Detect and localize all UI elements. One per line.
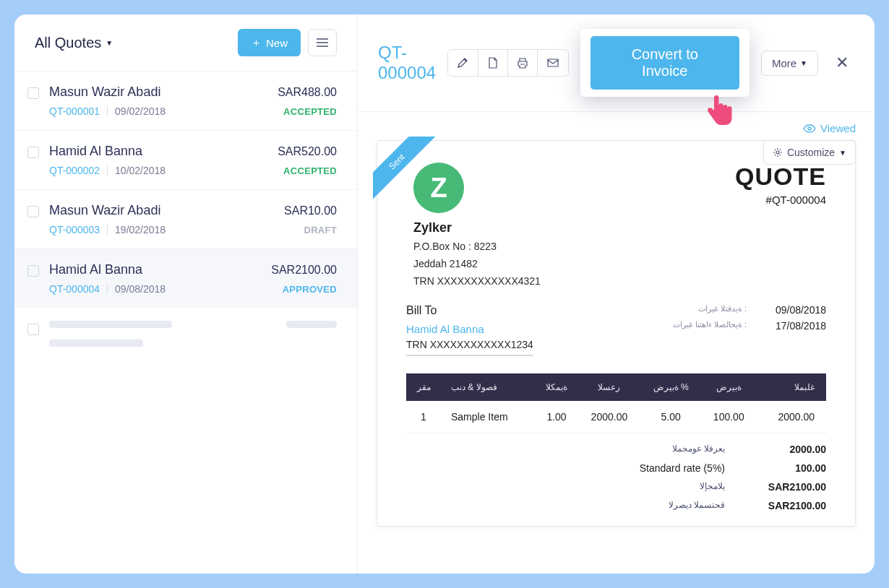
- row-checkbox[interactable]: [27, 147, 39, 158]
- eye-icon: [803, 124, 816, 133]
- quote-row[interactable]: Masun Wazir Abadi SAR488.00 QT-000001 09…: [14, 72, 357, 131]
- pencil-icon: [457, 57, 468, 69]
- dates-block: ةيدقتلا غيرات : 09/08/2018 ةيحالصلا ءاهت…: [673, 304, 826, 356]
- quote-detail-title: QT-000004: [378, 43, 436, 83]
- total-value: SAR2100.00: [754, 481, 826, 493]
- new-quote-button[interactable]: ＋ New: [238, 29, 301, 56]
- convert-to-invoice-button[interactable]: Convert to Invoice: [590, 36, 739, 90]
- tax-rate-label: Standard rate (5%): [609, 462, 725, 474]
- company-trn: TRN XXXXXXXXXXXX4321: [413, 273, 541, 290]
- print-icon: [517, 57, 528, 69]
- col-qty: ةيمكلا: [535, 373, 578, 401]
- mail-icon: [547, 59, 559, 67]
- row-checkbox: [27, 324, 39, 335]
- row-checkbox[interactable]: [27, 206, 39, 217]
- row-checkbox[interactable]: [27, 87, 39, 99]
- tax-rate-value: 100.00: [754, 462, 826, 474]
- print-button[interactable]: [508, 50, 538, 76]
- quote-date-value: 09/08/2018: [768, 304, 826, 316]
- quote-date: 10/02/2018: [115, 165, 166, 176]
- all-quotes-label: All Quotes: [35, 35, 101, 51]
- quote-date: 19/02/2018: [115, 224, 166, 235]
- quote-amount: SAR10.00: [284, 204, 337, 217]
- quote-amount: SAR488.00: [278, 86, 337, 99]
- company-name: Zylker: [413, 220, 541, 235]
- customize-label: Customize: [787, 147, 835, 158]
- ribbon-label: Sent: [373, 137, 437, 202]
- right-header: QT-000004 Convert to Invoice: [358, 14, 875, 112]
- customize-button[interactable]: Customize ▼: [763, 140, 856, 165]
- separator: [107, 225, 108, 235]
- chevron-down-icon: ▼: [800, 59, 807, 67]
- quote-id: QT-000004: [49, 283, 100, 295]
- chevron-down-icon: ▼: [839, 149, 846, 157]
- more-label: More: [772, 57, 796, 69]
- quote-date: 09/08/2018: [115, 283, 166, 295]
- status-badge: DRAFT: [304, 225, 337, 235]
- col-tax: ةبيرض: [701, 373, 756, 401]
- total-label: يلامجإلا: [609, 481, 725, 493]
- cell-item-name: Sample Item: [441, 401, 535, 433]
- mail-button[interactable]: [538, 50, 567, 76]
- row-checkbox[interactable]: [27, 265, 39, 277]
- close-button[interactable]: ✕: [830, 51, 854, 75]
- quote-document: Sent Customize ▼ Z Zylker P.O.Box No : 8…: [377, 140, 856, 527]
- document-type-label: QUOTE: [735, 163, 826, 191]
- chevron-down-icon: ▼: [106, 39, 113, 47]
- customer-name: Hamid Al Banna: [49, 144, 142, 159]
- company-address-1: P.O.Box No : 8223: [413, 238, 541, 256]
- col-amount: غلبملا: [756, 373, 826, 401]
- quote-row[interactable]: Hamid Al Banna SAR2100.00 QT-000004 09/0…: [14, 249, 357, 308]
- subtotal-label: يعرفلا عومجملا: [609, 444, 725, 455]
- separator: [107, 106, 108, 116]
- quote-id: QT-000002: [49, 165, 100, 176]
- toolbar-icon-group: [447, 49, 569, 77]
- balance-due-value: SAR2100.00: [754, 500, 826, 511]
- cell-number: 1: [406, 401, 441, 433]
- expiry-date-value: 17/08/2018: [768, 320, 826, 332]
- status-badge: ACCEPTED: [283, 165, 337, 176]
- line-items-table: مقر فصولا & دنب ةيمكلا رعسلا ةبيرض % ةبي…: [406, 373, 826, 433]
- sent-ribbon: Sent: [373, 137, 438, 202]
- document-number: #QT-000004: [735, 194, 826, 206]
- bill-to-name: Hamid Al Banna: [406, 323, 533, 335]
- quote-amount: SAR520.00: [278, 145, 337, 158]
- status-badge: ACCEPTED: [283, 106, 337, 117]
- more-dropdown[interactable]: More ▼: [761, 51, 818, 76]
- hamburger-icon: [317, 38, 328, 47]
- bill-to-block: Bill To Hamid Al Banna TRN XXXXXXXXXXXX1…: [406, 304, 533, 356]
- quote-date-label: ةيدقتلا غيرات :: [698, 304, 747, 316]
- list-options-button[interactable]: [308, 29, 337, 56]
- edit-button[interactable]: [448, 50, 478, 76]
- viewed-label: Viewed: [820, 122, 856, 134]
- expiry-date-label: ةيحالصلا ءاهتنا غيرات :: [673, 320, 747, 332]
- customer-name: Masun Wazir Abadi: [49, 85, 160, 100]
- quote-date: 09/02/2018: [115, 105, 166, 117]
- cell-amount: 2000.00: [756, 401, 826, 433]
- quote-row[interactable]: Masun Wazir Abadi SAR10.00 QT-000003 19/…: [14, 190, 357, 249]
- pdf-icon: [488, 57, 498, 69]
- quote-row[interactable]: Hamid Al Banna SAR520.00 QT-000002 10/02…: [14, 131, 357, 190]
- subtotal-value: 2000.00: [754, 444, 826, 455]
- pdf-button[interactable]: [478, 50, 508, 76]
- bill-to-trn: TRN XXXXXXXXXXXX1234: [406, 339, 533, 356]
- gear-icon: [773, 147, 783, 157]
- all-quotes-dropdown[interactable]: All Quotes ▼: [35, 35, 113, 51]
- close-icon: ✕: [836, 53, 849, 72]
- status-badge: APPROVED: [283, 284, 337, 295]
- line-item-row: 1 Sample Item 1.00 2000.00 5.00 100.00 2…: [406, 401, 826, 433]
- cell-tax: 100.00: [701, 401, 756, 433]
- col-item: فصولا & دنب: [441, 373, 535, 401]
- separator: [107, 165, 108, 176]
- plus-icon: ＋: [251, 36, 262, 50]
- detail-body: Viewed Sent Customize ▼ Z Zylker P.O.Box…: [358, 112, 875, 574]
- quote-detail-panel: QT-000004 Convert to Invoice: [358, 14, 875, 574]
- quote-id: QT-000001: [49, 105, 100, 117]
- totals-block: يعرفلا عومجملا 2000.00 Standard rate (5%…: [406, 444, 826, 511]
- col-rate: رعسلا: [578, 373, 640, 401]
- cell-rate: 2000.00: [578, 401, 640, 433]
- quote-list: Masun Wazir Abadi SAR488.00 QT-000001 09…: [14, 72, 357, 574]
- quote-amount: SAR2100.00: [271, 264, 337, 277]
- col-number: مقر: [406, 373, 441, 401]
- company-address-2: Jeddah 21482: [413, 256, 541, 273]
